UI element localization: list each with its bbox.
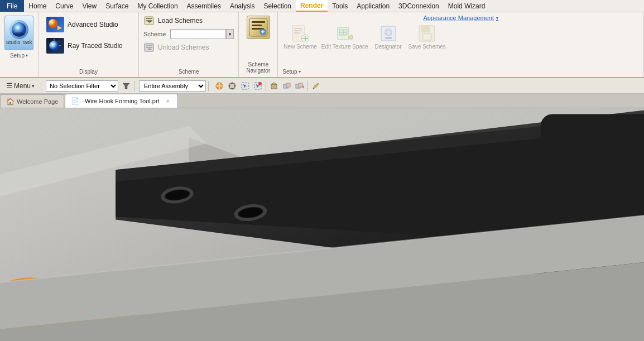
load-schemes-label[interactable]: Load Schemes bbox=[158, 17, 203, 25]
snap-icon-button[interactable] bbox=[213, 80, 225, 92]
edit-texture-space-button[interactable]: Edit Texture Space bbox=[320, 23, 369, 51]
menu-render[interactable]: Render bbox=[296, 0, 328, 12]
menu-home[interactable]: Home bbox=[24, 0, 51, 12]
studio-task-label: Studio Task bbox=[6, 40, 32, 46]
edit-texture-label: Edit Texture Space bbox=[321, 44, 368, 50]
menu-tools[interactable]: Tools bbox=[328, 0, 352, 12]
svg-rect-19 bbox=[252, 21, 265, 23]
menu-bar: File Home Curve View Surface My Collecti… bbox=[0, 0, 644, 12]
filter-funnel-button[interactable] bbox=[121, 80, 132, 92]
svg-rect-16 bbox=[146, 47, 152, 48]
svg-rect-67 bbox=[286, 83, 290, 87]
menu-selection[interactable]: Selection bbox=[259, 0, 296, 12]
studio-task-icon bbox=[9, 20, 28, 39]
display-section-label: Display bbox=[43, 68, 134, 75]
ray-traced-studio-button[interactable]: Ray Traced Studio bbox=[43, 36, 134, 56]
scheme-section-label: Scheme bbox=[143, 69, 234, 75]
assembly-select[interactable]: Entire Assembly Selection bbox=[139, 80, 206, 92]
separator-4 bbox=[266, 81, 266, 91]
viewport[interactable] bbox=[0, 108, 644, 341]
unload-schemes-label[interactable]: Unload Schemes bbox=[158, 44, 209, 51]
load-schemes-row: Load Schemes bbox=[143, 15, 234, 27]
svg-rect-11 bbox=[146, 18, 152, 19]
unload-schemes-row: Unload Schemes bbox=[143, 41, 234, 54]
scheme-input-field[interactable] bbox=[170, 29, 226, 39]
svg-marker-49 bbox=[123, 83, 129, 89]
studio-task-button[interactable]: Studio Task bbox=[4, 16, 33, 50]
scheme-field-label: Scheme bbox=[143, 31, 166, 37]
menu-toggle-arrow: ▾ bbox=[32, 83, 35, 89]
designator-label: Designator bbox=[374, 44, 401, 50]
menu-mycollection[interactable]: My Collection bbox=[133, 0, 182, 12]
advanced-studio-button[interactable]: Advanced Studio bbox=[43, 15, 134, 35]
advanced-studio-icon bbox=[46, 17, 64, 32]
scheme-combo: ▾ bbox=[170, 29, 234, 39]
setup-arrow-icon: ▾ bbox=[26, 53, 28, 58]
appearance-management-title[interactable]: Appearance Management ▾ bbox=[282, 15, 639, 21]
save-schemes-button[interactable]: Save Schemes bbox=[407, 23, 447, 51]
appearance-expand-icon: ▾ bbox=[496, 16, 498, 21]
menu-3dconnexion[interactable]: 3DConnexion bbox=[394, 0, 444, 12]
menu-application[interactable]: Application bbox=[352, 0, 394, 12]
designator-icon bbox=[379, 25, 397, 42]
svg-point-3 bbox=[49, 19, 57, 28]
svg-rect-69 bbox=[299, 83, 302, 87]
separator-1 bbox=[41, 81, 41, 91]
filter-icon-button[interactable] bbox=[252, 80, 264, 92]
component-icon-button[interactable] bbox=[281, 80, 293, 92]
separator-3 bbox=[208, 81, 209, 91]
tab-welcome[interactable]: 🏠 Welcome Page bbox=[0, 94, 64, 108]
render-icon-button-2[interactable] bbox=[294, 80, 306, 92]
select-icon-button[interactable] bbox=[239, 80, 251, 92]
selection-filter-wrapper: No Selection Filter Component Filter Fac… bbox=[46, 80, 118, 92]
appearance-buttons-group: New Scheme Edi bbox=[282, 23, 639, 51]
ribbon-section-appearance: Appearance Management ▾ New Sch bbox=[278, 12, 644, 77]
move-icon-button[interactable] bbox=[226, 80, 238, 92]
menu-view[interactable]: View bbox=[78, 0, 101, 12]
svg-rect-12 bbox=[146, 20, 152, 21]
edit-texture-icon bbox=[336, 25, 354, 42]
unload-schemes-icon bbox=[143, 41, 156, 54]
separator-5 bbox=[307, 81, 308, 91]
save-schemes-label: Save Schemes bbox=[408, 44, 446, 50]
scheme-dropdown-arrow[interactable]: ▾ bbox=[226, 29, 234, 39]
ribbon-section-display: Advanced Studio bbox=[39, 12, 139, 77]
ribbon-group-studiotask: Studio Task Setup▾ bbox=[0, 12, 39, 77]
svg-point-6 bbox=[49, 41, 59, 51]
new-scheme-icon bbox=[291, 25, 309, 42]
scheme-navigator-label: SchemeNavigator bbox=[246, 61, 270, 74]
tab-modified-icon: ◦ bbox=[81, 98, 84, 104]
svg-rect-44 bbox=[385, 37, 392, 39]
file-icon: 📄 bbox=[71, 97, 79, 105]
svg-rect-46 bbox=[421, 26, 430, 32]
pencil-icon-button[interactable] bbox=[310, 80, 322, 92]
menu-toggle-label: Menu bbox=[14, 82, 31, 90]
svg-point-1 bbox=[13, 32, 25, 36]
designator-button[interactable]: Designator bbox=[372, 23, 405, 51]
tab-close-button[interactable]: × bbox=[164, 97, 172, 105]
menu-file[interactable]: File bbox=[0, 0, 24, 12]
svg-marker-59 bbox=[243, 84, 247, 88]
menu-surface[interactable]: Surface bbox=[101, 0, 133, 12]
menu-analysis[interactable]: Analysis bbox=[225, 0, 259, 12]
setup-bottom-label: Setup▾ bbox=[282, 68, 639, 75]
menu-moldwizard[interactable]: Mold Wizard bbox=[444, 0, 490, 12]
load-schemes-icon bbox=[143, 15, 156, 27]
selection-filter-select[interactable]: No Selection Filter Component Filter Fac… bbox=[46, 80, 118, 92]
new-scheme-button[interactable]: New Scheme bbox=[282, 23, 318, 51]
menu-curve[interactable]: Curve bbox=[51, 0, 78, 12]
svg-rect-28 bbox=[294, 32, 300, 33]
svg-rect-53 bbox=[229, 83, 235, 89]
menu-toggle-button[interactable]: ☰ Menu ▾ bbox=[2, 80, 39, 92]
toolbar: ☰ Menu ▾ No Selection Filter Component F… bbox=[0, 78, 644, 94]
scheme-navigator-button[interactable] bbox=[247, 16, 270, 39]
tab-welcome-label: Welcome Page bbox=[17, 98, 58, 105]
scheme-input-row: Scheme ▾ bbox=[143, 29, 234, 39]
box-icon-button[interactable] bbox=[268, 80, 280, 92]
home-icon: 🏠 bbox=[6, 98, 15, 105]
ray-traced-studio-label: Ray Traced Studio bbox=[68, 42, 123, 50]
menu-assemblies[interactable]: Assemblies bbox=[182, 0, 225, 12]
save-schemes-icon bbox=[418, 25, 436, 42]
svg-rect-20 bbox=[252, 25, 262, 26]
tab-wire-hook[interactable]: 📄 ◦ Wire Hook Forming Tool.prt × bbox=[65, 94, 177, 108]
